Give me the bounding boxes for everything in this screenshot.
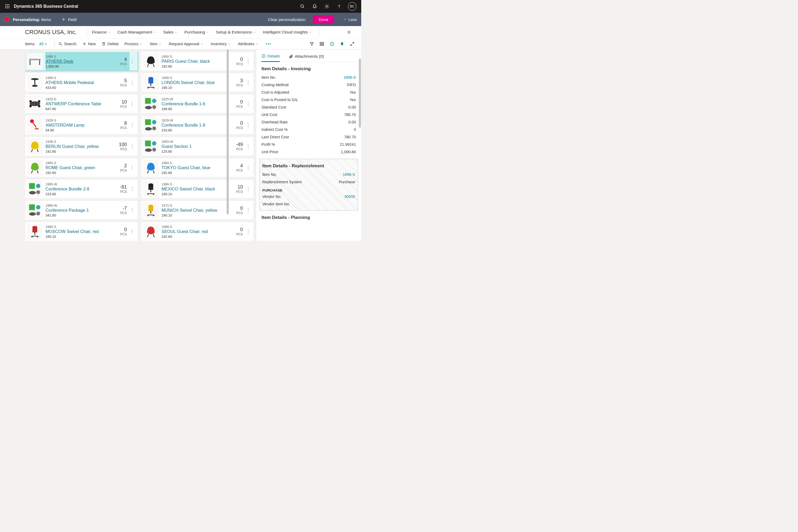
item-card[interactable]: 1920-SANTWERP Conference Table647.8010PC… — [25, 94, 138, 113]
item-card[interactable]: 1896-SATHENS Desk1,000.804PCS⋮ — [25, 52, 138, 71]
svg-point-60 — [32, 236, 33, 237]
item-actions-icon[interactable]: ⋮ — [130, 122, 135, 128]
inventory-menu[interactable]: Inventory — [211, 42, 232, 46]
item-name[interactable]: Conference Bundle 1-6 — [162, 101, 236, 107]
view-filter[interactable]: All — [39, 42, 48, 46]
attributes-menu[interactable]: Attributes — [238, 42, 260, 46]
item-name[interactable]: SEOUL Guest Chair, red — [162, 229, 236, 234]
item-name[interactable]: Conference Package 1 — [45, 208, 120, 213]
item-price: 190.10 — [45, 234, 120, 239]
nav-intelligent-cloud-insights[interactable]: Intelligent Cloud Insights — [263, 30, 312, 35]
done-button[interactable]: Done — [313, 15, 334, 24]
item-card[interactable]: 1906-SATHENS Mobile Pedestal433.605PCS⋮ — [25, 73, 138, 92]
company-name[interactable]: CRONUS USA, Inc. — [25, 29, 77, 36]
nav-finance[interactable]: Finance — [92, 30, 110, 35]
item-name[interactable]: ATHENS Desk — [45, 59, 120, 64]
request-approval-menu[interactable]: Request Approval — [169, 42, 205, 46]
filter-icon[interactable] — [309, 41, 315, 46]
item-actions-icon[interactable]: ⋮ — [246, 207, 251, 213]
item-actions-icon[interactable]: ⋮ — [246, 186, 251, 192]
bookmark-icon[interactable] — [339, 41, 345, 46]
detail-key: Item No. — [262, 172, 277, 177]
delete-button[interactable]: Delete — [101, 42, 119, 46]
help-icon[interactable] — [333, 0, 345, 13]
item-name[interactable]: TOKYO Guest Chair, blue — [162, 166, 236, 170]
item-actions-icon[interactable]: ⋮ — [130, 58, 135, 64]
search-button[interactable]: Search — [58, 42, 76, 46]
item-card[interactable]: 1965-WConference Bundle 2-8233.80-81PCS⋮ — [25, 179, 138, 198]
detail-value[interactable]: 1896-S — [343, 172, 355, 177]
item-actions-icon[interactable]: ⋮ — [130, 165, 135, 171]
item-card[interactable]: 1900-SPARIS Guest Chair, black192.800PCS… — [141, 52, 254, 71]
item-card[interactable]: 1968-SMEXICO Swivel Chair, black190.1010… — [141, 179, 254, 198]
item-name[interactable]: AMSTERDAM Lamp — [45, 123, 120, 128]
add-field-button[interactable]: Field — [61, 17, 77, 22]
details-scrollbar[interactable] — [359, 58, 361, 128]
process-menu[interactable]: Process — [125, 42, 144, 46]
user-avatar[interactable]: BC — [348, 2, 357, 11]
item-actions-icon[interactable]: ⋮ — [130, 79, 135, 86]
item-actions-icon[interactable]: ⋮ — [130, 186, 135, 192]
nav-setup-extensions[interactable]: Setup & Extensions — [216, 30, 256, 35]
more-actions-icon[interactable]: ••• — [266, 42, 271, 46]
item-card[interactable]: 1928-SAMSTERDAM Lamp54.908PCS⋮ — [25, 115, 138, 135]
item-actions-icon[interactable]: ⋮ — [246, 165, 251, 171]
item-actions-icon[interactable]: ⋮ — [130, 228, 135, 234]
expand-icon[interactable] — [349, 41, 355, 46]
item-name[interactable]: LONDON Swivel Chair, blue — [162, 80, 236, 85]
item-sku: 1920-S — [45, 97, 120, 101]
item-actions-icon[interactable]: ⋮ — [246, 58, 251, 64]
hamburger-icon[interactable] — [346, 30, 352, 35]
item-card[interactable]: 1936-SBERLIN Guest Chair, yellow192.8010… — [25, 137, 138, 156]
item-actions-icon[interactable]: ⋮ — [130, 207, 135, 213]
item-name[interactable]: ATHENS Mobile Pedestal — [45, 80, 120, 85]
item-name[interactable]: ROME Guest Chair, green — [45, 166, 120, 170]
item-card[interactable]: 1960-SROME Guest Chair, green192.802PCS⋮ — [25, 158, 138, 177]
item-card[interactable]: 1980-SMOSCOW Swivel Chair, red190.100PCS… — [25, 222, 138, 241]
clear-personalization-link[interactable]: Clear personalization — [268, 17, 306, 22]
settings-icon[interactable] — [321, 0, 333, 13]
layout-icon[interactable] — [319, 41, 324, 46]
item-card[interactable]: 1908-SLONDON Swivel Chair, blue190.103PC… — [141, 73, 254, 92]
item-actions-icon[interactable]: ⋮ — [246, 144, 251, 149]
item-card[interactable]: 1925-WConference Bundle 1-6188.800PCS⋮ — [141, 94, 254, 113]
nav-purchasing[interactable]: Purchasing — [184, 30, 209, 35]
item-name[interactable]: MOSCOW Swivel Chair, red — [45, 229, 120, 234]
item-card[interactable]: 1988-SSEOUL Guest Chair, red192.800PCS⋮ — [141, 222, 254, 241]
item-name[interactable]: MEXICO Swivel Chair, black — [162, 187, 236, 191]
item-menu[interactable]: Item — [150, 42, 163, 46]
tab-details[interactable]: Details — [262, 52, 280, 62]
svg-point-11 — [326, 6, 328, 7]
app-launcher-icon[interactable] — [2, 0, 13, 13]
notifications-icon[interactable] — [308, 0, 321, 13]
less-toggle[interactable]: Less — [343, 17, 357, 22]
item-card[interactable]: 1929-WConference Bundle 1-8233.800PCS⋮ — [141, 115, 254, 135]
item-name[interactable]: BERLIN Guest Chair, yellow — [45, 144, 119, 149]
item-name[interactable]: Conference Bundle 2-8 — [45, 187, 120, 191]
list-scrollbar[interactable] — [227, 50, 229, 241]
detail-value[interactable]: 30000 — [344, 194, 355, 199]
item-name[interactable]: PARIS Guest Chair, black — [162, 59, 236, 64]
item-card[interactable]: 1953-WGuest Section 1125.80-49PCS⋮ — [141, 137, 254, 156]
item-actions-icon[interactable]: ⋮ — [246, 228, 251, 234]
item-name[interactable]: Conference Bundle 1-8 — [162, 123, 236, 128]
svg-rect-31 — [29, 59, 40, 60]
item-name[interactable]: ANTWERP Conference Table — [45, 101, 120, 107]
nav-sales[interactable]: Sales — [163, 30, 178, 35]
item-card[interactable]: 1969-WConference Package 1341.80-7PCS⋮ — [25, 201, 138, 220]
tab-attachments[interactable]: Attachments (0) — [289, 52, 324, 62]
item-name[interactable]: MUNICH Swivel Chair, yellow — [162, 208, 236, 213]
search-icon[interactable] — [296, 0, 308, 13]
item-card[interactable]: 1964-STOKYO Guest Chair, blue192.804PCS⋮ — [141, 158, 254, 177]
info-icon[interactable] — [329, 41, 335, 46]
item-actions-icon[interactable]: ⋮ — [246, 101, 251, 107]
item-name[interactable]: Guest Section 1 — [162, 144, 236, 149]
detail-value[interactable]: 1896-S — [343, 75, 356, 79]
item-actions-icon[interactable]: ⋮ — [246, 79, 251, 86]
nav-cash-management[interactable]: Cash Management — [118, 30, 156, 35]
new-button[interactable]: New — [82, 42, 96, 46]
item-actions-icon[interactable]: ⋮ — [130, 144, 135, 149]
item-actions-icon[interactable]: ⋮ — [246, 122, 251, 128]
item-actions-icon[interactable]: ⋮ — [130, 101, 135, 107]
item-card[interactable]: 1972-SMUNICH Swivel Chair, yellow190.100… — [141, 201, 254, 220]
